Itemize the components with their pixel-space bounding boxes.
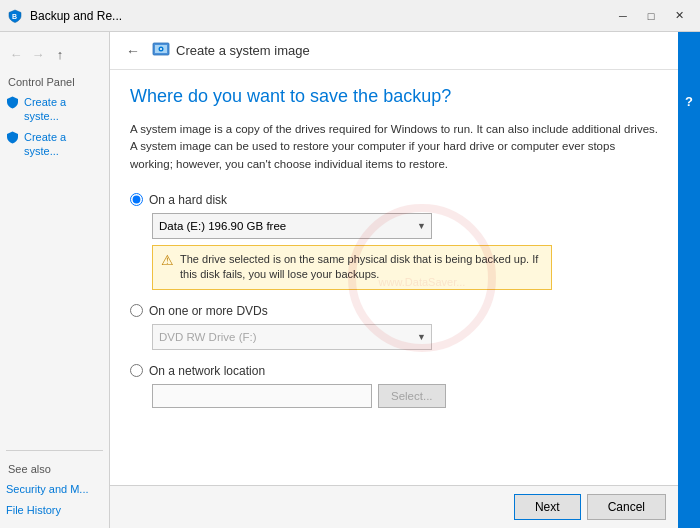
option-hard-disk-label[interactable]: On a hard disk xyxy=(149,193,227,207)
warning-text: The drive selected is on the same physic… xyxy=(180,252,543,283)
sidebar-item-security-label: Security and M... xyxy=(6,482,89,496)
option-network-row: On a network location xyxy=(130,364,658,378)
next-button[interactable]: Next xyxy=(514,494,581,520)
dialog-footer: Next Cancel xyxy=(110,485,678,528)
dialog-area: ← Create a system image Where do you wan… xyxy=(110,32,678,528)
svg-text:B: B xyxy=(12,13,17,20)
outer-window: B Backup and Re... ─ □ ✕ ← → ↑ Control P… xyxy=(0,0,700,528)
system-image-icon xyxy=(152,40,170,61)
sidebar-item-create-1[interactable]: Create a syste... xyxy=(0,92,109,127)
cancel-button[interactable]: Cancel xyxy=(587,494,666,520)
dialog-titlebar: ← Create a system image xyxy=(110,32,678,70)
option-dvd-radio[interactable] xyxy=(130,304,143,317)
network-input-row: Select... xyxy=(152,384,658,408)
description-text: A system image is a copy of the drives r… xyxy=(130,121,658,173)
hard-disk-dropdown-row: Data (E:) 196.90 GB free xyxy=(152,213,658,239)
help-panel: ? xyxy=(678,32,700,528)
sidebar-panel-label: Control Panel xyxy=(0,68,109,92)
svg-point-4 xyxy=(160,48,162,50)
warning-icon: ⚠ xyxy=(161,252,174,268)
nav-forward-button[interactable]: → xyxy=(28,44,48,64)
sidebar-item-file-history-label: File History xyxy=(6,503,61,517)
nav-bar: ← → ↑ xyxy=(0,40,109,68)
help-button[interactable]: ? xyxy=(680,92,698,110)
sidebar-item-create-2[interactable]: Create a syste... xyxy=(0,127,109,162)
option-dvd-row: On one or more DVDs xyxy=(130,304,658,318)
maximize-button[interactable]: □ xyxy=(638,7,664,25)
title-bar-text: Backup and Re... xyxy=(30,9,610,23)
see-also-label: See also xyxy=(0,459,109,479)
option-hard-disk-radio[interactable] xyxy=(130,193,143,206)
close-button[interactable]: ✕ xyxy=(666,7,692,25)
sidebar-item-security[interactable]: Security and M... xyxy=(0,479,109,499)
nav-up-button[interactable]: ↑ xyxy=(50,44,70,64)
option-network-radio[interactable] xyxy=(130,364,143,377)
minimize-button[interactable]: ─ xyxy=(610,7,636,25)
sidebar-divider xyxy=(6,450,103,451)
select-location-button[interactable]: Select... xyxy=(378,384,446,408)
main-area: ← → ↑ Control Panel Create a syste... xyxy=(0,32,700,528)
sidebar: ← → ↑ Control Panel Create a syste... xyxy=(0,32,110,528)
hard-disk-select[interactable]: Data (E:) 196.90 GB free xyxy=(152,213,432,239)
sidebar-item-label-1: Create a syste... xyxy=(24,95,103,124)
option-network-label[interactable]: On a network location xyxy=(149,364,265,378)
network-location-input[interactable] xyxy=(152,384,372,408)
dialog-content: Where do you want to save the backup? A … xyxy=(110,70,678,485)
shield-icon-2 xyxy=(6,131,20,145)
option-dvd-label[interactable]: On one or more DVDs xyxy=(149,304,268,318)
option-hard-disk-row: On a hard disk xyxy=(130,193,658,207)
shield-icon-1 xyxy=(6,96,20,110)
nav-back-button[interactable]: ← xyxy=(6,44,26,64)
hard-disk-dropdown-wrapper: Data (E:) 196.90 GB free xyxy=(152,213,432,239)
dialog-title-text: Create a system image xyxy=(176,43,310,58)
sidebar-item-label-2: Create a syste... xyxy=(24,130,103,159)
warning-row: ⚠ The drive selected is on the same phys… xyxy=(152,245,552,290)
dialog-back-button[interactable]: ← xyxy=(122,40,144,62)
dvd-dropdown-row: DVD RW Drive (F:) xyxy=(152,324,658,350)
app-icon: B xyxy=(8,8,24,24)
dvd-select[interactable]: DVD RW Drive (F:) xyxy=(152,324,432,350)
sidebar-item-file-history[interactable]: File History xyxy=(0,500,109,520)
title-bar: B Backup and Re... ─ □ ✕ xyxy=(0,0,700,32)
title-bar-controls: ─ □ ✕ xyxy=(610,7,692,25)
dvd-dropdown-wrapper: DVD RW Drive (F:) xyxy=(152,324,432,350)
page-heading: Where do you want to save the backup? xyxy=(130,86,658,107)
